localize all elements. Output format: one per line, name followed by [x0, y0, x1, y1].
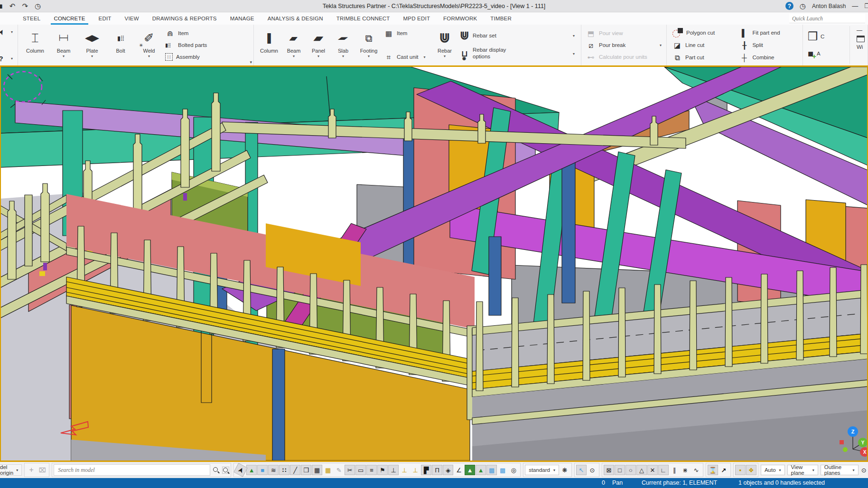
snap-checker-icon[interactable]: ▩ — [486, 465, 497, 475]
tab-timber[interactable]: TIMBER — [484, 12, 518, 25]
split-button[interactable]: ╂ Split — [739, 40, 797, 50]
auto-dropdown[interactable]: Auto ▾ — [761, 465, 785, 475]
search-area-icon[interactable] — [222, 467, 229, 474]
restore-icon[interactable]: ❐ — [864, 2, 868, 9]
tab-mpd-edit[interactable]: MPD EDIT — [397, 12, 437, 25]
snap-nearest-icon[interactable]: ∿ — [691, 465, 701, 475]
tab-trimble-connect[interactable]: TRIMBLE CONNECT — [330, 12, 397, 25]
ortho-point-icon[interactable]: ▪ — [735, 465, 746, 475]
fit-part-end-button[interactable]: ▌ Fit part end — [739, 28, 797, 37]
pour-break-button[interactable]: ⧄ Pour break ▾ — [586, 40, 662, 50]
delete-point-button[interactable]: ⌧ — [37, 465, 47, 475]
cut-scissors-icon[interactable]: ✂ — [345, 465, 355, 475]
snap-triangle-icon[interactable]: △ — [636, 465, 647, 475]
snap-parallel-icon[interactable]: ∥ — [669, 465, 680, 475]
snap-frame-icon[interactable]: Π — [432, 465, 442, 475]
snap-green-tri-icon[interactable]: ▲ — [476, 465, 486, 475]
model-view-1[interactable]: Z Y X — [0, 65, 868, 462]
concrete-beam-button[interactable]: ▰ Beam ▾ — [281, 26, 306, 64]
combine-button[interactable]: ┼ Combine — [739, 53, 797, 62]
snap-square-icon[interactable]: □ — [615, 465, 625, 475]
snap-perpendicular-icon[interactable]: ∟ — [658, 465, 669, 475]
snap-cross-icon[interactable]: ✕ — [647, 465, 658, 475]
cast-unit-button[interactable]: ▾ ⌗ Cast unit ▾ — [384, 52, 429, 62]
concrete-item-button[interactable]: ▦ Item — [384, 28, 429, 38]
undo-icon[interactable]: ↶ — [9, 2, 16, 9]
panel-button[interactable]: ▰ Panel ▾ — [306, 26, 331, 64]
snap-corner-icon[interactable]: ▛ — [421, 465, 431, 475]
search-icon[interactable] — [213, 467, 220, 474]
rebar-caret[interactable]: ▾ — [444, 54, 446, 58]
cast-unit-caret[interactable]: ▾ — [423, 55, 425, 59]
slab-caret[interactable]: ▾ — [342, 54, 344, 58]
tab-edit[interactable]: EDIT — [92, 12, 118, 25]
help-icon[interactable]: ? — [785, 2, 793, 10]
save-icon[interactable]: ◼ — [0, 3, 3, 9]
origin-dropdown[interactable]: del origin ▾ — [0, 464, 22, 476]
endpoint-flag-icon[interactable]: ⚑ — [377, 465, 388, 475]
slab-button[interactable]: ▰ Slab ▾ — [331, 26, 355, 64]
tab-manage[interactable]: MANAGE — [224, 12, 261, 25]
snap-circle-icon[interactable]: ○ — [625, 465, 636, 475]
timer-icon[interactable]: ◷ — [800, 2, 806, 9]
user-name[interactable]: Anton Balash — [812, 3, 846, 9]
tab-steel[interactable]: STEEL — [16, 12, 47, 25]
concrete-beam-caret[interactable]: ▾ — [293, 54, 295, 58]
model-3d-view[interactable]: Z Y X — [0, 67, 868, 460]
select-tool-button[interactable]: ➤ ▾ — [0, 27, 13, 37]
plate-button[interactable]: ◆ Plate ▾ — [78, 26, 106, 64]
tab-formwork[interactable]: FORMWORK — [437, 12, 484, 25]
steel-item-button[interactable]: ⋒ Item — [165, 28, 223, 38]
plate-caret[interactable]: ▾ — [91, 54, 93, 58]
inquire-caret[interactable]: ▾ — [11, 56, 13, 61]
wait-hourglass-icon[interactable]: ⌛ — [708, 465, 718, 475]
tab-concrete[interactable]: CONCRETE — [47, 12, 92, 25]
rebar-set-button[interactable]: ⋓ Rebar set ▾ — [460, 28, 575, 43]
weld-button[interactable]: ✐✳ Weld ▾ — [135, 26, 163, 64]
rebar-button[interactable]: ⋓ Rebar ▾ — [431, 26, 458, 64]
snap-dots-icon[interactable]: ∷ — [279, 465, 289, 475]
assembly-button[interactable]: ∷ Assembly — [165, 52, 223, 62]
concrete-column-button[interactable]: ❚ Column — [257, 26, 281, 64]
measure-icon[interactable]: ◎ — [508, 465, 519, 475]
planes-icon[interactable]: ≡ — [366, 465, 377, 475]
part-cut-button[interactable]: ⧉ Part cut — [672, 53, 733, 62]
snap-grid-icon[interactable]: ▦ — [312, 465, 322, 475]
clip-rect-icon[interactable]: ▭ — [355, 465, 366, 475]
inquire-tool-button[interactable]: ? ▾ — [0, 54, 13, 63]
model-search-input[interactable] — [54, 464, 210, 476]
snap-profile-dropdown[interactable]: standard ▾ — [525, 465, 559, 475]
bolt-button[interactable]: ▮⣿ Bolt — [106, 26, 135, 64]
snap-plane-icon[interactable]: ■ — [257, 465, 268, 475]
sphere-web-icon[interactable]: ❋ — [560, 465, 570, 475]
bolted-parts-button[interactable]: ▮⣿ Bolted parts — [165, 40, 223, 50]
snap-angle-icon[interactable]: ∠ — [454, 465, 464, 475]
snap-grid-lines-icon[interactable]: ≋ — [268, 465, 279, 475]
tab-drawings-reports[interactable]: DRAWINGS & REPORTS — [146, 12, 224, 25]
smart-select-icon[interactable]: ↖ — [576, 465, 587, 475]
select-tool-caret[interactable]: ▾ — [11, 30, 13, 34]
snap-gem-icon[interactable]: ◈ — [443, 465, 453, 475]
snap-fork-mid-icon[interactable]: ⊥ — [399, 465, 410, 475]
snap-fork-icon[interactable]: ⊥ — [388, 465, 399, 475]
visibility-eye-icon[interactable]: ⊙ — [587, 465, 597, 475]
snap-points-icon[interactable]: ▲ — [246, 465, 257, 475]
chamfer-button[interactable]: ❒ C — [808, 28, 844, 45]
depth-eye-icon[interactable]: ⊙ — [861, 465, 868, 475]
minimize-ribbon-icon[interactable]: — — [857, 27, 862, 34]
minimize-icon[interactable]: — — [852, 2, 858, 9]
steel-column-button[interactable]: ⌶ Column — [21, 26, 49, 64]
polygon-cut-button[interactable]: Polygon cut — [672, 28, 733, 37]
snap-fork-end-icon[interactable]: ⊥ — [410, 465, 420, 475]
redo-icon[interactable]: ↷ — [22, 2, 28, 9]
quick-launch-input[interactable] — [789, 14, 865, 23]
snap-extension-icon[interactable]: ⋇ — [680, 465, 691, 475]
add-view-button[interactable]: ■+ A — [808, 46, 844, 62]
window-icon[interactable] — [857, 36, 865, 42]
view-plane-dropdown[interactable]: View plane ▾ — [787, 465, 818, 475]
add-point-button[interactable]: + — [26, 465, 37, 475]
steel-group-caret[interactable]: ▾ — [250, 60, 252, 64]
jump-arrow-icon[interactable]: ↗ — [719, 465, 729, 475]
snap-grid-alt-icon[interactable]: ▦ — [323, 465, 333, 475]
steel-beam-caret[interactable]: ▾ — [63, 54, 65, 58]
